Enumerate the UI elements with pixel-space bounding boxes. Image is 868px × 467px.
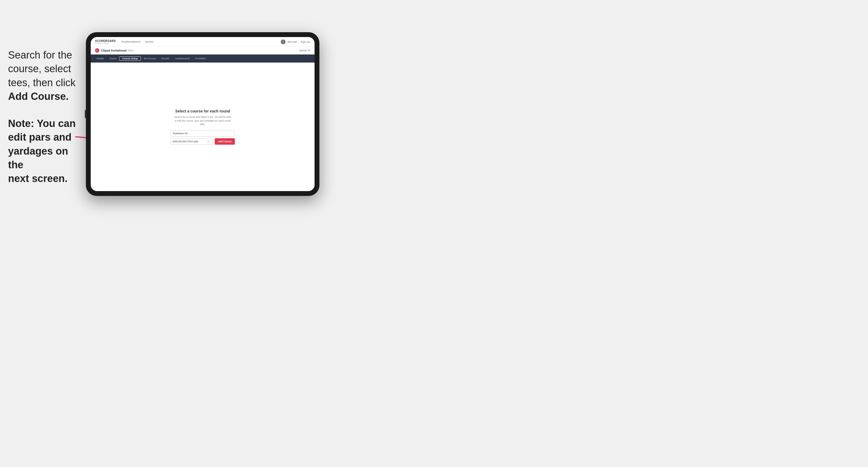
user-avatar: T xyxy=(281,39,286,44)
tournament-icon: C xyxy=(95,48,99,53)
add-course-button[interactable]: Add Course xyxy=(215,138,235,145)
user-name: Test User xyxy=(287,40,297,43)
annotation-bold: Add Course. xyxy=(8,91,69,102)
tee-select[interactable]: Gold (M) (M) (7010 yds) xyxy=(170,138,213,145)
tab-bar: Details Teams Course Setup Tee Groups Re… xyxy=(91,55,315,63)
select-course-title: Select a course for each round xyxy=(175,109,230,113)
annotation-note1: Note: You can xyxy=(8,118,76,129)
logo-area: SCOREBOARD Powered by clippd xyxy=(95,39,116,44)
select-course-description: Search for a course and select a tee. Yo… xyxy=(173,116,232,126)
annotation-line2: course, select xyxy=(8,63,71,74)
annotation-line3: tees, then click xyxy=(8,77,75,88)
sign-out-link[interactable]: Sign out xyxy=(301,40,310,43)
logo-text: SCOREBOARD xyxy=(95,39,116,42)
tab-printables[interactable]: Printables xyxy=(192,55,209,63)
tab-course-setup[interactable]: Course Setup xyxy=(119,56,141,61)
annotation-text: Search for the course, select tees, then… xyxy=(8,48,83,186)
nav-teams[interactable]: TEAMS xyxy=(145,40,154,43)
nav-divider: | xyxy=(299,40,299,43)
nav-links: TOURNAMENTS TEAMS xyxy=(121,40,281,43)
cancel-x-icon: ✕ xyxy=(308,49,310,52)
annotation-note2: edit pars and xyxy=(8,131,72,143)
tab-leaderboards[interactable]: Leaderboards xyxy=(172,55,192,63)
course-search-input[interactable] xyxy=(170,130,235,136)
tab-teams[interactable]: Teams xyxy=(107,55,119,63)
main-content: Select a course for each round Search fo… xyxy=(91,63,315,191)
annotation-line1: Search for the xyxy=(8,50,72,61)
tablet-device: SCOREBOARD Powered by clippd TOURNAMENTS… xyxy=(86,32,319,196)
top-navbar: SCOREBOARD Powered by clippd TOURNAMENTS… xyxy=(91,37,315,47)
tab-results[interactable]: Results xyxy=(159,55,172,63)
cancel-button[interactable]: Cancel ✕ xyxy=(299,49,310,52)
tab-details[interactable]: Details xyxy=(94,55,107,63)
tablet-side-button xyxy=(85,110,86,118)
annotation-note4: next screen. xyxy=(8,173,68,184)
nav-right: T Test User | Sign out xyxy=(281,39,310,44)
tab-tee-groups[interactable]: Tee Groups xyxy=(141,55,159,63)
tee-select-wrapper: Gold (M) (M) (7010 yds) ✕ ⌃ xyxy=(170,138,213,145)
logo-sub: Powered by clippd xyxy=(95,42,116,44)
annotation-note3: yardages on the xyxy=(8,146,68,170)
tee-clear-icon[interactable]: ✕ xyxy=(207,140,209,143)
tablet-screen: SCOREBOARD Powered by clippd TOURNAMENTS… xyxy=(91,37,315,191)
tournament-name: Clippd Invitational xyxy=(101,49,126,52)
tournament-header: C Clippd Invitational (Men) Cancel ✕ xyxy=(91,47,315,55)
nav-tournaments[interactable]: TOURNAMENTS xyxy=(121,40,141,43)
tee-select-row: Gold (M) (M) (7010 yds) ✕ ⌃ Add Course xyxy=(170,138,235,145)
tournament-gender: (Men) xyxy=(127,49,134,52)
